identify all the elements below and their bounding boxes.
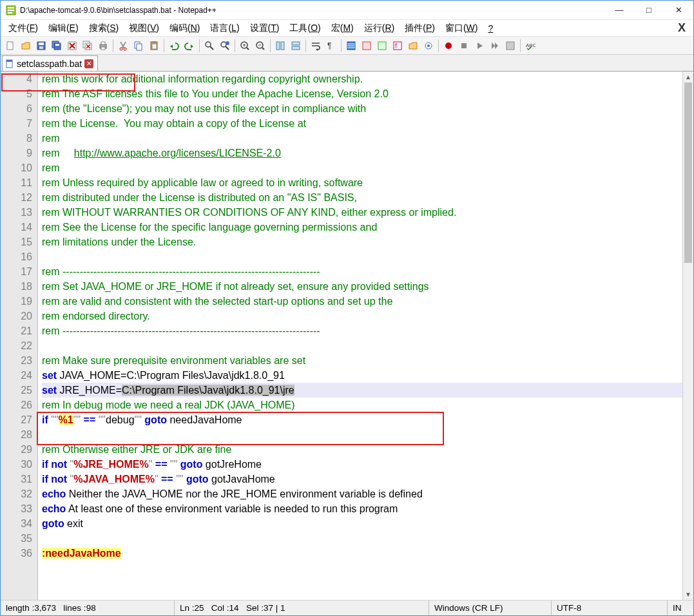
menu-F[interactable]: 文件(F) — [5, 21, 42, 35]
svg-marker-32 — [191, 44, 193, 48]
status-position: Ln : 25 Col : 14 Sel : 37 | 1 — [175, 601, 429, 615]
status-eol[interactable]: Windows (CR LF) — [429, 601, 552, 615]
svg-rect-7 — [39, 43, 44, 45]
copy-button[interactable] — [131, 39, 146, 53]
svg-rect-30 — [153, 41, 155, 43]
redo-button[interactable] — [182, 39, 197, 53]
menu-E[interactable]: 编辑(E) — [44, 21, 82, 35]
status-length: length : 3,673 lines : 98 — [1, 601, 175, 615]
status-encoding[interactable]: UTF-8 — [552, 601, 668, 615]
close-file-button[interactable] — [65, 39, 79, 53]
svg-rect-63 — [461, 43, 467, 48]
vertical-scrollbar[interactable]: ▲ ▼ — [682, 72, 693, 600]
svg-marker-31 — [170, 44, 173, 48]
svg-rect-20 — [101, 42, 105, 44]
svg-rect-46 — [281, 42, 284, 50]
menu-R[interactable]: 运行(R) — [360, 21, 398, 35]
menubar: 文件(F)编辑(E)搜索(S)视图(V)编码(N)语言(L)设置(T)工具(O)… — [1, 20, 693, 37]
close-all-button[interactable] — [81, 39, 95, 53]
scroll-thumb[interactable] — [684, 82, 692, 263]
tabbar: setclasspath.bat ✕ — [1, 55, 693, 72]
svg-rect-2 — [8, 10, 14, 11]
tab-close-button[interactable]: ✕ — [84, 59, 93, 68]
svg-rect-8 — [39, 46, 43, 49]
undo-button[interactable] — [167, 39, 181, 53]
spellcheck-button[interactable]: ABC — [523, 39, 537, 53]
scroll-track[interactable] — [683, 82, 693, 589]
monitor-button[interactable] — [421, 39, 436, 53]
save-macro-button[interactable] — [503, 39, 517, 53]
minimize-button[interactable]: — — [604, 1, 634, 20]
cut-button[interactable] — [116, 39, 130, 53]
svg-line-44 — [262, 48, 264, 50]
svg-marker-50 — [316, 48, 318, 51]
svg-rect-48 — [292, 46, 300, 50]
zoom-in-button[interactable] — [238, 39, 252, 53]
window-title: D:\apache-tomcat-9.0.6\bin\setclasspath.… — [20, 6, 604, 15]
svg-point-62 — [445, 43, 452, 49]
save-all-button[interactable] — [50, 39, 64, 53]
save-button[interactable] — [34, 39, 48, 53]
svg-line-41 — [247, 48, 249, 50]
svg-rect-27 — [137, 44, 142, 50]
svg-point-25 — [124, 48, 126, 50]
stop-macro-button[interactable] — [457, 39, 471, 53]
line-number-gutter: 4567891011121314151617181920212223242526… — [1, 72, 38, 600]
find-button[interactable] — [202, 39, 217, 53]
file-icon — [5, 59, 14, 68]
user-lang-button[interactable] — [360, 39, 374, 53]
close-button[interactable]: ✕ — [664, 1, 693, 20]
paste-button[interactable] — [147, 39, 161, 53]
scroll-up-button[interactable]: ▲ — [683, 72, 693, 82]
menu-W[interactable]: 窗口(W) — [441, 21, 482, 35]
func-list-button[interactable]: f — [390, 39, 405, 53]
menu-T[interactable]: 设置(T) — [246, 21, 284, 35]
sync-v-button[interactable] — [273, 39, 287, 53]
open-file-button[interactable] — [19, 39, 33, 53]
svg-marker-65 — [492, 43, 495, 49]
menu-S[interactable]: 搜索(S) — [85, 21, 123, 35]
wordwrap-button[interactable] — [309, 39, 323, 53]
menu-P[interactable]: 插件(P) — [401, 21, 439, 35]
menu-L[interactable]: 语言(L) — [206, 21, 243, 35]
svg-line-36 — [226, 46, 229, 50]
statusbar: length : 3,673 lines : 98 Ln : 25 Col : … — [1, 600, 693, 615]
indent-guide-button[interactable] — [344, 39, 358, 53]
show-all-chars-button[interactable]: ¶ — [324, 39, 338, 53]
menu-V[interactable]: 视图(V) — [125, 21, 163, 35]
play-macro-button[interactable] — [472, 39, 487, 53]
new-file-button[interactable] — [3, 39, 17, 53]
scroll-down-button[interactable]: ▼ — [683, 589, 693, 600]
maximize-button[interactable]: □ — [634, 1, 664, 20]
svg-rect-56 — [363, 42, 371, 50]
menu-N[interactable]: 编码(N) — [166, 21, 204, 35]
svg-text:¶: ¶ — [327, 41, 331, 50]
play-multi-button[interactable] — [488, 39, 502, 53]
svg-text:f: f — [395, 43, 397, 50]
record-macro-button[interactable] — [441, 39, 456, 53]
folder-workspace-button[interactable] — [406, 39, 420, 53]
menu-?[interactable]: ? — [484, 22, 497, 35]
svg-rect-29 — [152, 44, 157, 49]
window-titlebar: D:\apache-tomcat-9.0.6\bin\setclasspath.… — [1, 1, 693, 20]
svg-point-61 — [427, 44, 430, 47]
code-area[interactable]: rem this work for additional information… — [38, 72, 682, 600]
menu-O[interactable]: 工具(O) — [285, 21, 324, 35]
toolbar: ¶ f ABC — [1, 37, 693, 55]
status-insert-mode[interactable]: IN — [668, 601, 693, 615]
replace-button[interactable] — [218, 39, 232, 53]
svg-rect-11 — [55, 44, 59, 46]
svg-rect-45 — [276, 42, 280, 50]
print-button[interactable] — [96, 39, 110, 53]
editor-area: 4567891011121314151617181920212223242526… — [1, 72, 693, 600]
sync-h-button[interactable] — [289, 39, 303, 53]
menu-M[interactable]: 宏(M) — [327, 21, 358, 35]
doc-map-button[interactable] — [375, 39, 389, 53]
zoom-out-button[interactable] — [253, 39, 267, 53]
svg-rect-47 — [292, 42, 300, 45]
svg-point-35 — [221, 42, 226, 47]
file-tab[interactable]: setclasspath.bat ✕ — [2, 55, 98, 71]
svg-point-24 — [120, 48, 122, 50]
svg-line-34 — [210, 46, 213, 50]
mdi-close-icon[interactable]: X — [678, 21, 686, 35]
